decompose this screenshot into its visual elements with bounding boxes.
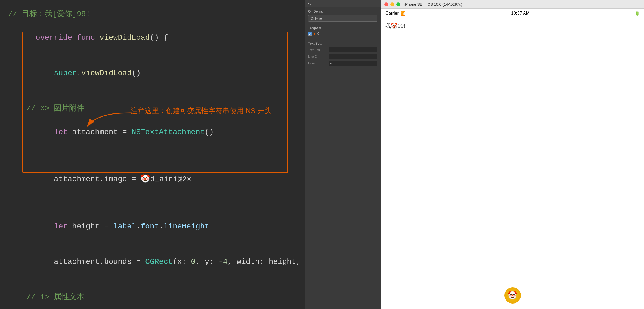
target-row: ✓ ▲ 0 [308,32,377,36]
inspector-header: Fu [305,0,381,7]
line-en-control[interactable] [329,54,377,59]
traffic-light-red[interactable] [384,2,388,6]
traffic-light-yellow[interactable] [390,2,394,6]
simulator-title: iPhone SE – iOS 10.0 (14A5297c) [404,2,462,7]
cursor-indicator: | [406,23,408,29]
text-enc-label: Text End [308,48,329,51]
carrier-text: Carrier [385,11,399,16]
code-blank-1 [8,91,296,103]
app-content-area: 我🤡99! | [381,18,644,309]
inspector-header-text: Fu [308,2,311,5]
emoji-circle: 🤡 [504,287,521,304]
code-blank-3 [8,197,296,209]
text-enc-control[interactable] [329,47,377,52]
battery-icon: 🔋 [635,11,640,16]
code-line-attachment: let attachment = NSTextAttachment() [8,115,296,150]
line-en-row: Line En [308,54,377,59]
target-checkbox[interactable]: ✓ [308,32,312,36]
target-value: 0 [317,32,319,36]
inspector-text-settings: Text Sett Text End Line En Indent v [305,39,381,70]
simulator-container: iPhone SE – iOS 10.0 (14A5297c) Carrier … [381,0,644,309]
code-blank-4 [8,280,296,291]
inspector-target-m: Target M ✓ ▲ 0 [305,24,381,39]
indent-row: Indent v [308,61,377,66]
wifi-icon: 📶 [401,11,405,16]
app-text-display: 我🤡99! [385,22,405,30]
code-editor[interactable]: // 目标：我[爱你]99! override func viewDidLoad… [0,0,305,309]
only-re-input[interactable]: Only re [308,15,377,22]
code-blank-2 [8,150,296,162]
on-demand-label: On Dema [308,10,377,13]
code-line-imagestr: let imageStr = AttributedString(attachme… [8,303,296,309]
target-m-label: Target M [308,26,377,30]
code-line-1: // 目标：我[爱你]99! [8,8,296,20]
code-line-comment0: // 0> 图片附件 [8,103,296,114]
target-icon: ▲ [313,32,316,36]
iphone-status-bar: Carrier 📶 10:37 AM 🔋 [381,9,644,18]
text-enc-row: Text End [308,47,377,52]
right-panel: Fu On Dema Only re Target M ✓ ▲ 0 Text S… [305,0,644,309]
code-line-comment1: // 1> 属性文本 [8,291,296,303]
code-line-2: override func viewDidLoad() { [8,20,296,55]
indent-value: v [330,61,332,65]
simulator-titlebar: iPhone SE – iOS 10.0 (14A5297c) [381,0,644,9]
code-line-3: super.viewDidLoad() [8,55,296,91]
code-line-height: let height = label.font.lineHeight [8,209,296,244]
code-line-bounds: attachment.bounds = CGRect(x: 0, y: -4, … [8,244,296,280]
iphone-frame: Carrier 📶 10:37 AM 🔋 我🤡99! | 🤡 [381,9,644,309]
indent-label: Indent [308,62,329,65]
code-line-img: attachment.image = 🤡d_aini@2x [8,162,296,197]
inspector-on-demand: On Dema Only re [305,7,381,24]
xcode-inspector: Fu On Dema Only re Target M ✓ ▲ 0 Text S… [305,0,381,309]
traffic-light-green[interactable] [396,2,400,6]
indent-control[interactable]: v [329,61,377,66]
time-display: 10:37 AM [511,11,530,16]
carrier-area: Carrier 📶 [385,11,405,16]
line-en-label: Line En [308,55,329,58]
text-settings-label: Text Sett [308,42,377,45]
app-label: 我🤡99! | [385,22,640,30]
